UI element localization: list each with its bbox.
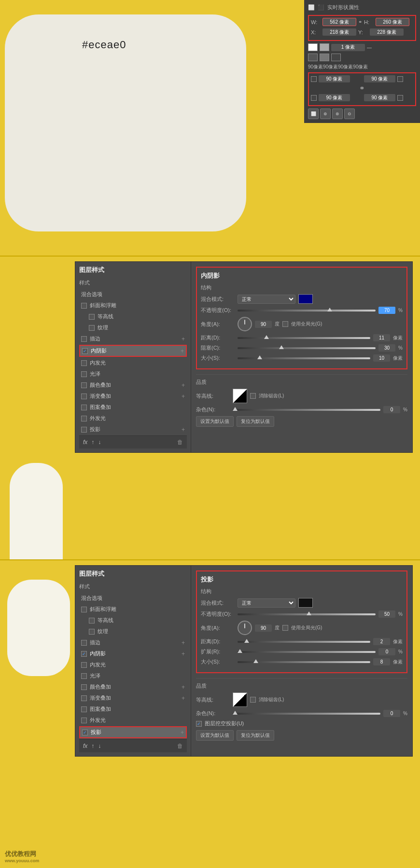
ds-distance-input[interactable] xyxy=(373,638,390,645)
up-icon[interactable]: ↑ xyxy=(91,439,94,446)
ls-checkbox-texture[interactable] xyxy=(89,325,95,331)
shape-btn-2[interactable]: ⊕ xyxy=(320,108,331,119)
ls-drop-shadow-plus-2[interactable]: + xyxy=(181,729,184,736)
stroke-width-input[interactable] xyxy=(331,44,365,51)
ls-item-satin-2[interactable]: 光泽 xyxy=(79,671,187,681)
ls-item-gradient-overlay[interactable]: 渐变叠加 + xyxy=(79,391,187,401)
stroke-swatch-2[interactable] xyxy=(320,54,329,61)
ds-noise-slider[interactable] xyxy=(233,713,380,715)
down-icon-2[interactable]: ↓ xyxy=(98,743,101,749)
ls-item-pattern-overlay-2[interactable]: 图案叠加 xyxy=(79,704,187,714)
distance-slider[interactable] xyxy=(238,337,370,339)
ls-item-stroke[interactable]: 描边 + xyxy=(79,334,187,344)
set-default-btn[interactable]: 设置为默认值 xyxy=(196,416,234,427)
ls-checkbox-pattern-overlay[interactable] xyxy=(81,405,87,410)
corner-br-input[interactable] xyxy=(364,94,395,101)
ls-item-outer-glow-2[interactable]: 外发光 xyxy=(79,715,187,725)
corner-tr-checkbox[interactable] xyxy=(397,76,403,82)
width-input[interactable] xyxy=(322,18,356,26)
ls-item-texture[interactable]: 纹理 xyxy=(79,323,187,333)
ls-item-color-overlay[interactable]: 颜色叠加 + xyxy=(79,380,187,390)
anti-alias-checkbox[interactable] xyxy=(250,393,256,399)
y-input[interactable] xyxy=(370,28,404,36)
ds-angle-dial[interactable] xyxy=(238,621,252,635)
ls-checkbox-pattern-overlay-2[interactable] xyxy=(81,706,87,712)
corner-tl-checkbox[interactable] xyxy=(311,76,317,82)
choke-input[interactable] xyxy=(378,344,395,352)
trash-icon-2[interactable]: 🗑 xyxy=(177,743,183,749)
ls-checkbox-contour[interactable] xyxy=(89,314,95,320)
ds-size-input[interactable] xyxy=(373,658,390,665)
ls-item-gradient-overlay-2[interactable]: 渐变叠加 + xyxy=(79,693,187,703)
ls-stroke-plus-2[interactable]: + xyxy=(182,639,185,646)
ls-color-overlay-plus[interactable]: + xyxy=(182,382,185,389)
ds-reset-default-btn[interactable]: 复位为默认值 xyxy=(237,730,274,741)
noise-slider[interactable] xyxy=(233,409,380,411)
angle-dial[interactable] xyxy=(238,317,252,331)
ls-color-overlay-plus-2[interactable]: + xyxy=(182,684,185,691)
fill-color-swatch[interactable] xyxy=(308,43,318,51)
ls-item-inner-glow-2[interactable]: 内发光 xyxy=(79,660,187,670)
ls-item-inner-shadow[interactable]: ✓ 内阴影 + xyxy=(79,345,187,357)
shape-btn-1[interactable]: ⬜ xyxy=(308,108,319,119)
ls-checkbox-stroke[interactable] xyxy=(81,336,87,342)
ls-checkbox-color-overlay[interactable] xyxy=(81,382,87,388)
choke-slider[interactable] xyxy=(238,347,376,349)
opacity-input[interactable] xyxy=(378,307,395,314)
ds-shadow-color-swatch[interactable] xyxy=(298,598,313,608)
ls-gradient-overlay-plus[interactable]: + xyxy=(182,393,185,400)
ls-stroke-plus[interactable]: + xyxy=(182,336,185,342)
ls-checkbox-outer-glow[interactable] xyxy=(81,416,87,421)
blend-mode-select[interactable]: 正常 xyxy=(238,295,295,304)
ds-set-default-btn[interactable]: 设置为默认值 xyxy=(196,730,234,741)
ds-opacity-input[interactable] xyxy=(378,610,395,618)
ls-checkbox-inner-shadow-2[interactable]: ✓ xyxy=(81,651,87,657)
corner-br-checkbox[interactable] xyxy=(397,95,403,101)
ls-item-stroke-2[interactable]: 描边 + xyxy=(79,637,187,648)
ls-blend-options-2[interactable]: 混合选项 xyxy=(79,593,187,603)
opacity-slider[interactable] xyxy=(238,310,376,312)
ds-global-light-checkbox[interactable] xyxy=(282,625,288,631)
ls-checkbox-color-overlay-2[interactable] xyxy=(81,684,87,690)
ls-checkbox-gradient-overlay-2[interactable] xyxy=(81,695,87,701)
ds-opacity-slider[interactable] xyxy=(238,613,376,615)
ds-spread-input[interactable] xyxy=(378,648,395,655)
effect-swatch[interactable] xyxy=(331,54,341,61)
angle-input[interactable] xyxy=(255,321,272,328)
ls-checkbox-drop-shadow-2[interactable]: ✓ xyxy=(82,730,88,735)
ds-spread-slider[interactable] xyxy=(238,651,376,653)
ls-item-texture-2[interactable]: 纹理 xyxy=(79,626,187,637)
global-light-checkbox[interactable] xyxy=(282,321,288,327)
ls-item-inner-shadow-2[interactable]: ✓ 内阴影 + xyxy=(79,649,187,659)
ls-inner-shadow-plus[interactable]: + xyxy=(181,348,184,354)
ls-item-color-overlay-2[interactable]: 颜色叠加 + xyxy=(79,682,187,692)
trash-icon[interactable]: 🗑 xyxy=(177,439,183,446)
ls-checkbox-gradient-overlay[interactable] xyxy=(81,393,87,399)
down-icon[interactable]: ↓ xyxy=(98,439,101,446)
corner-tl-input[interactable] xyxy=(319,75,350,82)
ds-size-slider[interactable] xyxy=(238,661,370,663)
ds-noise-input[interactable] xyxy=(383,710,400,717)
ls-item-bevel-2[interactable]: 斜面和浮雕 xyxy=(79,604,187,614)
ds-layer-knockout-checkbox[interactable]: ✓ xyxy=(196,721,202,727)
ls-checkbox-stroke-2[interactable] xyxy=(81,640,87,646)
distance-input[interactable] xyxy=(373,334,390,341)
ls-checkbox-texture-2[interactable] xyxy=(89,629,95,635)
x-input[interactable] xyxy=(322,28,356,36)
ls-checkbox-bevel[interactable] xyxy=(81,303,87,309)
reset-default-btn[interactable]: 复位为默认值 xyxy=(237,416,274,427)
ls-checkbox-contour-2[interactable] xyxy=(89,618,95,624)
ls-item-inner-glow[interactable]: 内发光 xyxy=(79,358,187,368)
ls-checkbox-inner-shadow[interactable]: ✓ xyxy=(82,348,88,354)
ls-item-outer-glow[interactable]: 外发光 xyxy=(79,413,187,423)
shape-btn-3[interactable]: ⊗ xyxy=(332,108,343,119)
size-slider[interactable] xyxy=(238,357,370,359)
ls-checkbox-satin[interactable] xyxy=(81,371,87,377)
ls-checkbox-inner-glow[interactable] xyxy=(81,360,87,366)
size-input[interactable] xyxy=(373,354,390,362)
ls-checkbox-bevel-2[interactable] xyxy=(81,607,87,612)
up-icon-2[interactable]: ↑ xyxy=(91,743,94,749)
ls-blend-options[interactable]: 混合选项 xyxy=(79,289,187,299)
ls-checkbox-drop-shadow[interactable] xyxy=(81,427,87,433)
shadow-color-swatch[interactable] xyxy=(298,294,313,304)
